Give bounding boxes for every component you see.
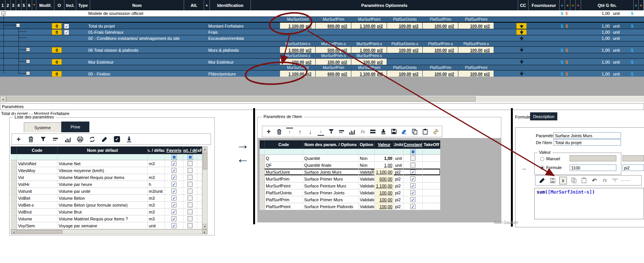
- expand-09-icon[interactable]: +: [26, 71, 30, 75]
- favoris-checkbox[interactable]: ✓: [171, 189, 176, 194]
- favoris-checkbox[interactable]: ✓: [171, 216, 176, 221]
- col-identification[interactable]: Identification: [210, 0, 251, 10]
- undo-icon[interactable]: ↶: [591, 177, 598, 184]
- const-checkbox[interactable]: ✓: [188, 175, 193, 180]
- const-checkbox[interactable]: ✓: [188, 189, 193, 194]
- copy-icon[interactable]: [570, 177, 577, 184]
- supplier-dollars[interactable]: $$: [561, 71, 568, 77]
- col-plus-right-orange[interactable]: +: [639, 0, 644, 10]
- item-parameter-row[interactable]: QF Quantité finale Non▼ 1,00 unit ✓: [260, 162, 440, 169]
- text-icon[interactable]: "T": [611, 177, 619, 184]
- col-fournisseur[interactable]: Fournisseur: [529, 0, 560, 10]
- constant-checkbox[interactable]: ✓: [410, 183, 415, 188]
- collapse-root-icon[interactable]: −: [2, 12, 5, 15]
- col-nom[interactable]: Nom: [90, 0, 184, 10]
- param-value-cell[interactable]: 100,00pi2: [387, 71, 423, 77]
- qty-value[interactable]: 1,00: [575, 71, 610, 77]
- dropdown-arrow-icon[interactable]: ▼: [371, 169, 375, 175]
- filter-checkbox-icon[interactable]: [171, 155, 177, 160]
- constant-checkbox[interactable]: ✓: [410, 163, 415, 168]
- param-option[interactable]: Validatio▼: [359, 203, 375, 210]
- col-option[interactable]: Option: [359, 140, 375, 149]
- param-value[interactable]: 100,00: [375, 203, 394, 210]
- left-table-hscrollbar[interactable]: ◂ ▸: [11, 229, 208, 234]
- o-flag[interactable]: 0: [52, 23, 62, 29]
- const-checkbox[interactable]: ✓: [188, 209, 193, 214]
- col-takeoff[interactable]: TakeOff: [423, 140, 440, 149]
- parameter-row[interactable]: VolBrut Volume Brut m3 ✓ ✓: [11, 209, 202, 215]
- param-value-cell[interactable]: 100,00pi2: [316, 59, 351, 65]
- import-icon[interactable]: [125, 136, 133, 143]
- expand-06-icon[interactable]: +: [26, 48, 30, 51]
- qty-value[interactable]: 1,00: [575, 47, 610, 53]
- qty-value[interactable]: 1,00: [575, 35, 610, 41]
- parameter-row[interactable]: VolBet Volume Béton m3 ✓ ✓: [11, 195, 202, 202]
- item-parameter-row[interactable]: PlafSurfJoints Surface Primer Joints Val…: [260, 189, 440, 196]
- item-parameter-row[interactable]: MurSurfPrim Surface Primer Murs Validati…: [260, 176, 440, 182]
- qty-value[interactable]: 1,00: [575, 29, 610, 35]
- clean-icon[interactable]: [432, 128, 439, 135]
- remove-line-icon[interactable]: [338, 128, 345, 135]
- col-unite[interactable]: n. / défau: [148, 146, 165, 154]
- supplier-dollars[interactable]: $$: [561, 47, 568, 53]
- incl-checkbox[interactable]: ✓: [64, 29, 69, 35]
- item-parameter-row[interactable]: Q Quantité Non▼ 1,00 unit ✓: [260, 155, 440, 162]
- col-plus-right-cyan[interactable]: +: [634, 0, 639, 10]
- param-value[interactable]: 1,00: [375, 155, 394, 161]
- supplier-dollars[interactable]: $$: [561, 10, 568, 16]
- param-value-cell[interactable]: 500,00pi2: [316, 47, 351, 53]
- param-option[interactable]: Validatio▼: [359, 196, 375, 203]
- edit-icon[interactable]: [101, 136, 108, 143]
- grid-horizontal-scrollbar[interactable]: ◂: [0, 96, 644, 102]
- supplier-dollars[interactable]: $$: [561, 59, 568, 65]
- param-value-cell[interactable]: 100,00pi2: [458, 71, 494, 77]
- scroll-up-icon[interactable]: ▴: [202, 146, 208, 152]
- manuel-unit-input[interactable]: [623, 155, 644, 161]
- col-plus-orange[interactable]: +: [565, 0, 570, 10]
- row-06-total-cloison[interactable]: 0 06 Total cloison & plafonds Murs & pla…: [0, 46, 644, 53]
- param-value[interactable]: 1 100,00: [375, 182, 394, 189]
- col-3[interactable]: 3: [11, 0, 16, 10]
- col-4[interactable]: 4: [16, 0, 21, 10]
- param-value-cell[interactable]: 100,00pi2: [458, 47, 494, 53]
- dollar-icon[interactable]: $: [631, 71, 633, 77]
- col-type[interactable]: Type: [76, 0, 90, 10]
- tab-formule[interactable]: Formule: [516, 113, 530, 120]
- item-parameter-row[interactable]: MurSurfJoint Surface Joints Murs Valida▼…: [260, 169, 440, 176]
- col-5[interactable]: 5: [21, 0, 27, 10]
- favoris-checkbox[interactable]: ✓: [171, 223, 176, 228]
- col-plus[interactable]: +: [204, 0, 210, 10]
- qty-value[interactable]: 1,00: [575, 10, 610, 16]
- filter-checkbox-icon[interactable]: [188, 155, 193, 160]
- param-value-cell[interactable]: 1 000,00pi2: [351, 47, 387, 53]
- param-option[interactable]: Validatio▼: [359, 182, 375, 189]
- dollar-icon[interactable]: $: [631, 10, 633, 16]
- scrollbar-thumb[interactable]: [203, 153, 208, 169]
- param-value-cell[interactable]: 100,00pi2: [423, 47, 458, 53]
- stamp-icon[interactable]: [380, 128, 387, 135]
- favoris-checkbox[interactable]: ✓: [171, 202, 176, 207]
- parameter-row[interactable]: ValVolNet Volume Net m3 ✓ ✓: [11, 160, 202, 167]
- move-up-icon[interactable]: ↑: [297, 128, 303, 135]
- manuel-value-input[interactable]: [570, 155, 616, 161]
- tab-description[interactable]: Description: [530, 112, 557, 120]
- takeoff-cell[interactable]: [423, 155, 440, 161]
- param-option[interactable]: Validatio▼: [359, 176, 375, 182]
- favoris-checkbox[interactable]: ✓: [171, 209, 176, 214]
- item-parameter-row[interactable]: PlafSurfPrim Surface Primer Murs Validat…: [260, 196, 440, 203]
- takeoff-cell[interactable]: [423, 189, 440, 196]
- constant-checkbox[interactable]: ✓: [410, 169, 415, 174]
- param-value[interactable]: 1,00: [375, 162, 394, 168]
- save-icon[interactable]: [549, 177, 556, 184]
- takeoff-cell[interactable]: [423, 182, 440, 189]
- const-checkbox[interactable]: ✓: [188, 161, 193, 166]
- delete-icon[interactable]: [27, 136, 35, 143]
- add-icon[interactable]: +: [15, 136, 22, 143]
- parameter-row[interactable]: Volume Volume Matériel Requis pour Items…: [11, 215, 202, 222]
- formule-radio[interactable]: [540, 166, 544, 170]
- o-flag[interactable]: 0: [52, 71, 62, 77]
- delete-icon[interactable]: [276, 128, 282, 135]
- parametre-input[interactable]: [553, 132, 621, 139]
- parameter-row[interactable]: VolBet-s Volume Béton (pour formule somm…: [11, 202, 202, 209]
- col-modif[interactable]: Modif.: [36, 0, 54, 10]
